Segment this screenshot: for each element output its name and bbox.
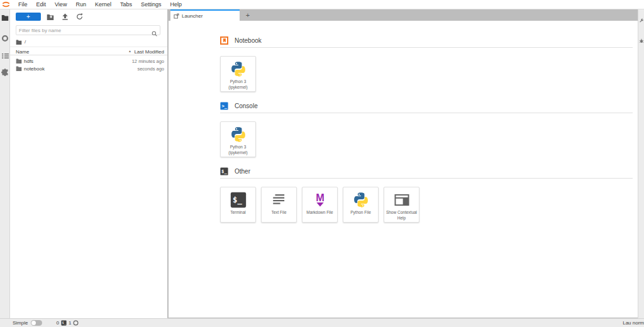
file-list-header: Name ▲ Last Modified: [10, 47, 167, 55]
card-label: Python File: [345, 210, 377, 216]
python-logo-icon: [353, 191, 369, 209]
text-file-icon: [271, 191, 287, 209]
launcher-card-text-file[interactable]: Text File: [261, 187, 297, 223]
kernels-count: 1: [69, 320, 71, 326]
launcher-card-terminal[interactable]: $_ Terminal: [220, 187, 256, 223]
python-logo-icon: [230, 125, 247, 144]
launcher-icon: [174, 13, 179, 19]
launcher-card-show-contextual-help[interactable]: Show Contextual Help: [384, 187, 419, 223]
section-divider: [220, 178, 633, 179]
simple-mode-label: Simple: [13, 320, 28, 326]
notebook-icon: [220, 36, 228, 45]
kernel-terminal-counts[interactable]: 0 $_ 1: [56, 320, 79, 326]
svg-text:$_: $_: [233, 196, 242, 205]
column-name[interactable]: Name: [16, 49, 29, 55]
section-header-notebook: Notebook: [220, 36, 633, 45]
section-title: Other: [235, 168, 250, 175]
menu-help[interactable]: Help: [165, 0, 186, 9]
jupyterlab-window: File Edit View Run Kernel Tabs Settings …: [0, 0, 644, 327]
menu-view[interactable]: View: [50, 0, 71, 9]
debugger-icon[interactable]: [639, 35, 644, 40]
file-browser-icon[interactable]: [1, 14, 9, 21]
svg-text:$_: $_: [62, 321, 66, 325]
terminal-icon: $_: [220, 167, 228, 175]
file-name: notebook: [24, 66, 45, 72]
terminal-icon: $_: [230, 191, 247, 209]
main-dock-panel: Launcher + Notebook: [167, 9, 638, 318]
card-label: Markdown File: [304, 210, 336, 216]
file-name: hdfs: [24, 58, 33, 64]
python-logo-icon: [230, 60, 247, 79]
launcher-card-python-file[interactable]: Python File: [343, 187, 379, 223]
card-label: Python 3 (ipykernel): [222, 145, 255, 156]
file-row-notebook[interactable]: notebook seconds ago: [10, 65, 167, 72]
breadcrumb[interactable]: /: [16, 39, 26, 45]
jupyter-logo-icon: [2, 1, 10, 8]
svg-text:$_: $_: [221, 168, 227, 174]
menu-tabs[interactable]: Tabs: [116, 0, 136, 9]
section-header-other: $_ Other: [220, 167, 633, 175]
contextual-help-icon: [394, 191, 410, 209]
card-label: Text File: [263, 210, 296, 216]
column-last-modified[interactable]: Last Modified: [134, 49, 164, 55]
launcher-card-notebook-python3[interactable]: Python 3 (ipykernel): [220, 56, 256, 92]
breadcrumb-path: /: [25, 39, 26, 45]
card-label: Show Contextual Help: [386, 210, 418, 221]
file-modified: seconds ago: [137, 66, 164, 72]
folder-icon: [16, 66, 22, 72]
terminal-status-icon: $_: [61, 320, 67, 326]
simple-mode-toggle[interactable]: [31, 320, 42, 326]
svg-text:>_: >_: [221, 103, 227, 108]
section-divider: [220, 113, 633, 113]
terminals-count: 0: [56, 320, 58, 326]
filter-files-field[interactable]: [16, 25, 160, 35]
menu-bar: File Edit View Run Kernel Tabs Settings …: [0, 0, 644, 9]
upload-icon[interactable]: [61, 13, 69, 21]
card-label: Python 3 (ipykernel): [222, 79, 255, 91]
section-header-console: >_ Console: [220, 101, 633, 110]
console-icon: >_: [220, 102, 228, 110]
svg-text:M: M: [316, 192, 325, 203]
kernel-status-icon: [73, 320, 79, 326]
left-sidebar: [0, 9, 10, 318]
extension-manager-icon[interactable]: [1, 69, 9, 76]
file-browser-panel: +: [10, 9, 167, 318]
property-inspector-icon[interactable]: [639, 14, 644, 19]
section-divider: [220, 47, 633, 48]
new-tab-button[interactable]: +: [240, 9, 256, 21]
menu-run[interactable]: Run: [71, 0, 91, 9]
search-icon: [152, 28, 157, 39]
section-title: Notebook: [235, 37, 262, 44]
home-folder-icon: [16, 40, 22, 45]
tab-label: Launcher: [182, 13, 203, 19]
menu-edit[interactable]: Edit: [32, 0, 51, 9]
tab-launcher[interactable]: Launcher: [170, 9, 240, 21]
filter-files-input[interactable]: [19, 26, 150, 34]
card-label: Terminal: [222, 210, 255, 216]
new-folder-icon[interactable]: [46, 13, 54, 21]
right-sidebar: [638, 9, 644, 318]
launcher: Notebook Python 3 (ipykernel): [169, 21, 638, 223]
status-right-text: Lau norm: [623, 320, 644, 326]
launcher-card-console-python3[interactable]: Python 3 (ipykernel): [220, 121, 256, 157]
table-of-contents-icon[interactable]: [1, 52, 9, 60]
sort-ascending-icon[interactable]: ▲: [128, 49, 131, 53]
file-row-hdfs[interactable]: hdfs 12 minutes ago: [10, 57, 167, 65]
menu-settings[interactable]: Settings: [136, 0, 166, 9]
launcher-card-markdown-file[interactable]: M Markdown File: [302, 187, 338, 223]
new-launcher-button[interactable]: +: [16, 13, 41, 21]
menu-file[interactable]: File: [14, 0, 32, 9]
menu-kernel[interactable]: Kernel: [91, 0, 116, 9]
toggle-knob: [31, 321, 36, 325]
status-bar: Simple 0 $_ 1 Lau norm: [0, 318, 644, 327]
running-sessions-icon[interactable]: [1, 35, 9, 42]
markdown-icon: M: [312, 191, 328, 209]
folder-icon: [16, 58, 22, 65]
section-title: Console: [235, 103, 258, 109]
file-modified: 12 minutes ago: [132, 58, 164, 64]
refresh-icon[interactable]: [75, 13, 84, 21]
tab-bar: Launcher +: [169, 9, 638, 21]
